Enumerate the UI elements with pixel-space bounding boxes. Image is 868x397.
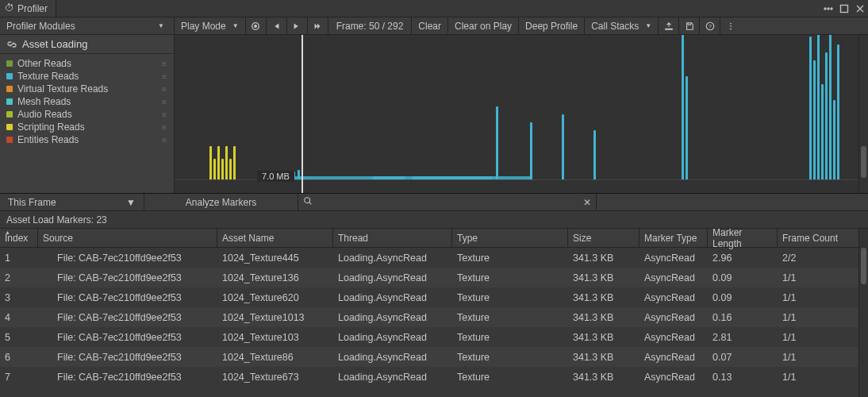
cell-size: 341.3 KB [568, 292, 639, 303]
drag-handle-icon[interactable]: ≡ [162, 110, 167, 119]
legend-swatch [6, 137, 13, 143]
cell-source: File: CAB-7ec210ffd9ee2f53 [38, 312, 217, 323]
cell-thread: Loading.AsyncRead [333, 352, 452, 363]
call-stacks-dropdown[interactable]: Call Stacks ▼ [585, 17, 659, 34]
chart-scrub-line[interactable] [301, 35, 303, 193]
analyze-markers-button[interactable]: Analyze Markers [144, 194, 298, 210]
svg-point-5 [254, 25, 257, 28]
table-row[interactable]: 2 File: CAB-7ec210ffd9ee2f53 1024_Textur… [0, 268, 868, 287]
clear-on-play-button[interactable]: Clear on Play [448, 17, 519, 34]
search-field[interactable]: ✕ [298, 194, 597, 210]
cell-asset-name: 1024_Texture86 [217, 352, 333, 363]
legend-item[interactable]: Audio Reads ≡ [0, 108, 174, 121]
chart-area[interactable]: 7.0 MB [175, 35, 868, 193]
drag-handle-icon[interactable]: ≡ [162, 123, 167, 132]
this-frame-dropdown[interactable]: This Frame ▼ [0, 194, 144, 210]
play-mode-label: Play Mode [181, 21, 226, 32]
window-close-button[interactable] [852, 0, 868, 17]
record-button[interactable] [246, 17, 267, 34]
chart-scrollbar[interactable] [858, 35, 868, 193]
cell-thread: Loading.AsyncRead [333, 332, 452, 343]
col-marker-length[interactable]: Marker Length [708, 229, 778, 247]
legend-item[interactable]: Entities Reads ≡ [0, 133, 174, 146]
col-source[interactable]: Source [38, 229, 217, 247]
legend-item[interactable]: Mesh Reads ≡ [0, 95, 174, 108]
svg-rect-3 [841, 5, 848, 12]
col-type[interactable]: Type [452, 229, 568, 247]
table-row[interactable]: 5 File: CAB-7ec210ffd9ee2f53 1024_Textur… [0, 327, 868, 347]
legend-swatch [6, 60, 13, 67]
window-maximize-button[interactable] [836, 0, 852, 17]
cell-marker-length: 0.09 [708, 292, 778, 303]
clear-button[interactable]: Clear [412, 17, 448, 34]
legend-item[interactable]: Scripting Reads ≡ [0, 121, 174, 133]
drag-handle-icon[interactable]: ≡ [162, 60, 167, 68]
frame-next-button[interactable] [287, 17, 308, 34]
drag-handle-icon[interactable]: ≡ [162, 98, 167, 106]
cell-marker-type: AsyncRead [639, 352, 708, 363]
cell-source: File: CAB-7ec210ffd9ee2f53 [38, 272, 217, 283]
profiler-modules-label: Profiler Modules [6, 21, 75, 32]
frame-first-button[interactable] [267, 17, 287, 34]
legend-item[interactable]: Virtual Texture Reads ≡ [0, 83, 174, 95]
legend-label: Audio Reads [17, 109, 72, 120]
cell-thread: Loading.AsyncRead [333, 252, 452, 264]
window-menu-button[interactable] [820, 0, 836, 17]
chart-value-pill: 7.0 MB [257, 171, 294, 182]
chart-bar [217, 146, 220, 179]
table-row[interactable]: 6 File: CAB-7ec210ffd9ee2f53 1024_Textur… [0, 347, 868, 367]
drag-handle-icon[interactable]: ≡ [162, 85, 167, 94]
cell-source: File: CAB-7ec210ffd9ee2f53 [38, 292, 217, 303]
frame-last-button[interactable] [308, 17, 328, 34]
col-index[interactable]: ▲Index [0, 229, 38, 247]
drag-handle-icon[interactable]: ≡ [162, 72, 167, 81]
table-row[interactable]: 3 File: CAB-7ec210ffd9ee2f53 1024_Textur… [0, 287, 868, 307]
cell-index: 5 [0, 332, 38, 343]
svg-point-2 [831, 8, 832, 10]
scrollbar-thumb[interactable] [861, 248, 866, 284]
col-asset-name[interactable]: Asset Name [217, 229, 333, 247]
chart-bar [225, 146, 228, 179]
col-size[interactable]: Size [568, 229, 639, 247]
clock-icon: ⏱ [5, 2, 14, 13]
cell-frame-count: 1/1 [778, 312, 844, 323]
table-scrollbar[interactable] [858, 229, 868, 397]
table-row[interactable]: 4 File: CAB-7ec210ffd9ee2f53 1024_Textur… [0, 307, 868, 327]
col-frame-count[interactable]: Frame Count [778, 229, 844, 247]
cell-marker-type: AsyncRead [639, 292, 708, 303]
cell-thread: Loading.AsyncRead [333, 312, 452, 323]
save-profile-button[interactable] [679, 17, 700, 34]
deep-profile-button[interactable]: Deep Profile [519, 17, 585, 34]
cell-frame-count: 1/1 [778, 352, 844, 363]
cell-type: Texture [452, 332, 568, 343]
legend-panel: Asset Loading Other Reads ≡ Texture Read… [0, 35, 175, 193]
legend-label: Texture Reads [17, 71, 79, 82]
cell-frame-count: 1/1 [778, 372, 844, 383]
chevron-down-icon: ▼ [645, 22, 651, 29]
table-row[interactable]: 7 File: CAB-7ec210ffd9ee2f53 1024_Textur… [0, 367, 868, 387]
legend-item[interactable]: Texture Reads ≡ [0, 70, 174, 83]
col-marker-type[interactable]: Marker Type [639, 229, 708, 247]
svg-point-0 [824, 8, 826, 10]
cell-index: 3 [0, 292, 38, 303]
col-thread[interactable]: Thread [333, 229, 452, 247]
legend-swatch [6, 73, 13, 79]
search-clear-button[interactable]: ✕ [583, 197, 591, 208]
chart-panel: Asset Loading Other Reads ≡ Texture Read… [0, 35, 868, 194]
sub-toolbar: This Frame ▼ Analyze Markers ✕ [0, 194, 868, 211]
help-button[interactable]: ? [700, 17, 720, 34]
cell-size: 341.3 KB [568, 352, 639, 363]
legend-swatch [6, 98, 13, 105]
module-header[interactable]: Asset Loading [0, 35, 174, 54]
legend-item[interactable]: Other Reads ≡ [0, 57, 174, 70]
table-row[interactable]: 1 File: CAB-7ec210ffd9ee2f53 1024_Textur… [0, 248, 868, 268]
kebab-menu-button[interactable] [720, 17, 741, 34]
scrollbar-thumb[interactable] [861, 146, 866, 178]
play-mode-dropdown[interactable]: Play Mode ▼ [175, 17, 246, 34]
tab-profiler[interactable]: ⏱ Profiler [0, 0, 56, 17]
drag-handle-icon[interactable]: ≡ [162, 136, 167, 145]
load-profile-button[interactable] [659, 17, 679, 34]
profiler-modules-dropdown[interactable]: Profiler Modules ▼ [0, 17, 175, 34]
search-input[interactable] [317, 194, 578, 210]
cell-size: 341.3 KB [568, 372, 639, 383]
